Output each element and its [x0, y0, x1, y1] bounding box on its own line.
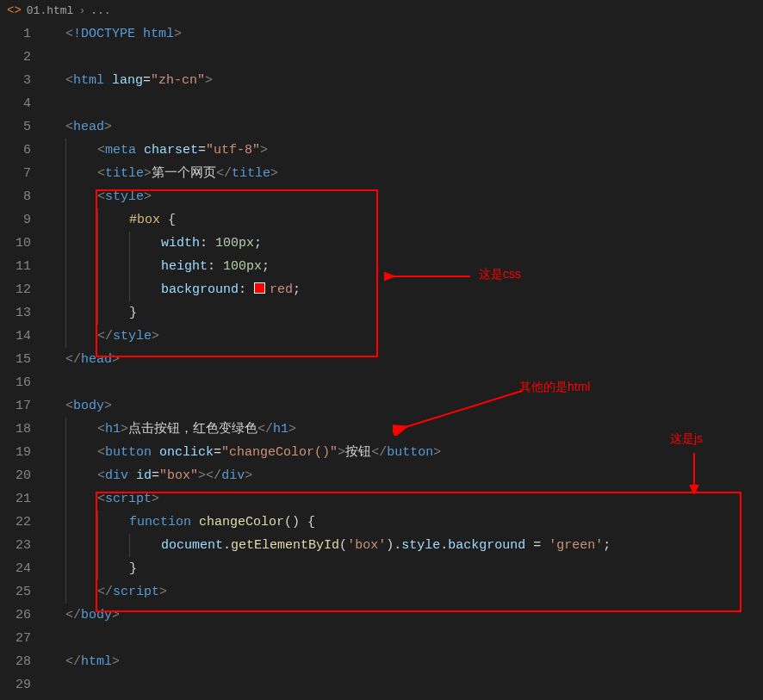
code-line[interactable]: [48, 371, 763, 394]
line-number: 8: [0, 185, 31, 208]
color-swatch-icon: [254, 282, 265, 294]
html-file-icon: <>: [7, 3, 22, 17]
code-line[interactable]: <button onclick="changeColor()">按钮</butt…: [48, 441, 763, 464]
line-number: 14: [0, 325, 31, 348]
code-line[interactable]: [48, 627, 763, 650]
line-number: 19: [0, 441, 31, 464]
line-number: 4: [0, 92, 31, 115]
line-number: 3: [0, 69, 31, 92]
code-line[interactable]: height: 100px;: [48, 255, 763, 278]
code-line[interactable]: }: [48, 301, 763, 325]
line-number-gutter: 1 2 3 4 5 6 7 8 9 10 11 12 13 14 15 16 1…: [0, 22, 48, 700]
code-line[interactable]: <script>: [48, 487, 763, 511]
code-line[interactable]: #box {: [48, 208, 763, 232]
breadcrumb-filename: 01.html: [27, 4, 74, 17]
chevron-right-icon: ›: [78, 4, 85, 17]
line-number: 12: [0, 278, 31, 301]
line-number: 24: [0, 557, 31, 580]
line-number: 22: [0, 511, 31, 534]
code-line[interactable]: </script>: [48, 580, 763, 604]
code-line[interactable]: }: [48, 557, 763, 580]
code-line[interactable]: <div id="box"></div>: [48, 464, 763, 487]
line-number: 9: [0, 208, 31, 232]
code-line[interactable]: <style>: [48, 185, 763, 208]
breadcrumb[interactable]: <> 01.html › ...: [0, 0, 763, 22]
code-line[interactable]: [48, 673, 763, 697]
line-number: 18: [0, 418, 31, 441]
breadcrumb-rest: ...: [90, 4, 110, 17]
line-number: 28: [0, 650, 31, 673]
code-line[interactable]: function changeColor() {: [48, 511, 763, 534]
line-number: 6: [0, 139, 31, 162]
code-line[interactable]: <body>: [48, 394, 763, 418]
line-number: 21: [0, 487, 31, 511]
code-line[interactable]: background: red;: [48, 278, 763, 301]
line-number: 11: [0, 255, 31, 278]
code-line[interactable]: document.getElementById('box').style.bac…: [48, 534, 763, 557]
line-number: 5: [0, 115, 31, 139]
code-line[interactable]: </body>: [48, 604, 763, 627]
code-line[interactable]: </head>: [48, 348, 763, 371]
code-line[interactable]: <html lang="zh-cn">: [48, 69, 763, 92]
line-number: 29: [0, 673, 31, 697]
line-number: 7: [0, 162, 31, 185]
code-line[interactable]: <!DOCTYPE html>: [48, 22, 763, 46]
line-number: 13: [0, 301, 31, 325]
line-number: 26: [0, 604, 31, 627]
line-number: 2: [0, 46, 31, 69]
code-line[interactable]: <h1>点击按钮，红色变绿色</h1>: [48, 418, 763, 441]
line-number: 23: [0, 534, 31, 557]
line-number: 17: [0, 394, 31, 418]
code-line[interactable]: [48, 92, 763, 115]
code-line[interactable]: </style>: [48, 325, 763, 348]
code-area[interactable]: <!DOCTYPE html> <html lang="zh-cn"> <hea…: [48, 22, 763, 700]
line-number: 10: [0, 232, 31, 255]
line-number: 1: [0, 22, 31, 46]
line-number: 16: [0, 371, 31, 394]
code-line[interactable]: </html>: [48, 650, 763, 673]
line-number: 25: [0, 580, 31, 604]
code-line[interactable]: width: 100px;: [48, 232, 763, 255]
line-number: 20: [0, 464, 31, 487]
code-line[interactable]: <title>第一个网页</title>: [48, 162, 763, 185]
code-editor[interactable]: 1 2 3 4 5 6 7 8 9 10 11 12 13 14 15 16 1…: [0, 22, 763, 700]
code-line[interactable]: <head>: [48, 115, 763, 139]
code-line[interactable]: <meta charset="utf-8">: [48, 139, 763, 162]
line-number: 15: [0, 348, 31, 371]
code-line[interactable]: [48, 46, 763, 69]
line-number: 27: [0, 627, 31, 650]
